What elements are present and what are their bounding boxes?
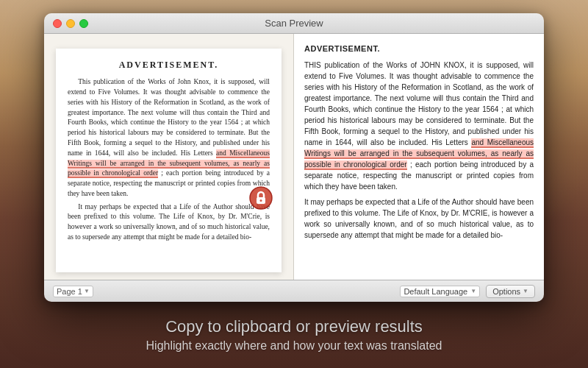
title-bar: Scan Preview (44, 13, 544, 34)
content-area: ADVERTISEMENT. This publication of the W… (44, 34, 544, 280)
options-chevron-icon: ▼ (523, 288, 528, 294)
scan-document-title: ADVERTISEMENT. (68, 59, 270, 71)
right-pane-content: ADVERTISEMENT. THIS publication of the W… (294, 34, 544, 280)
scan-paragraph-1: This publication of the Works of John Kn… (68, 77, 270, 199)
lock-icon (249, 186, 273, 210)
macos-window: Scan Preview ADVERTISEMENT. This publica… (44, 13, 544, 302)
options-button[interactable]: Options ▼ (486, 285, 535, 298)
bottom-left: Page 1 ▼ (53, 286, 93, 297)
left-pane: ADVERTISEMENT. This publication of the W… (44, 34, 294, 280)
svg-point-2 (260, 199, 262, 202)
bottom-right: Default Language ▼ Options ▼ (400, 285, 535, 298)
page-label: Page 1 (57, 287, 82, 296)
scan-document: ADVERTISEMENT. This publication of the W… (56, 49, 282, 272)
footer-subline: Highlight exactly where and how your tex… (146, 339, 442, 353)
language-select[interactable]: Default Language ▼ (400, 286, 480, 297)
bottom-bar: Page 1 ▼ Default Language ▼ Options ▼ (44, 280, 544, 302)
page-stepper[interactable]: Page 1 ▼ (53, 286, 93, 297)
chevron-icon: ▼ (84, 288, 90, 294)
close-button[interactable] (53, 19, 62, 28)
right-section-title: ADVERTISEMENT. (304, 43, 534, 55)
window-wrapper: Scan Preview ADVERTISEMENT. This publica… (44, 13, 544, 302)
window-title: Scan Preview (265, 18, 323, 29)
lock-icon-overlay (249, 186, 273, 210)
traffic-lights (53, 19, 88, 28)
right-pane: ADVERTISEMENT. THIS publication of the W… (294, 34, 544, 280)
right-body: THIS publication of the Works of JOHN KN… (304, 60, 534, 241)
right-paragraph-2: It may perhaps be expected that a Life o… (304, 197, 534, 241)
scan-paragraph-2: It may perhaps be expected that a Life o… (68, 202, 270, 243)
footer-headline: Copy to clipboard or preview results (165, 317, 423, 336)
language-chevron-icon: ▼ (470, 288, 476, 294)
scan-document-body: This publication of the Works of John Kn… (68, 77, 270, 242)
footer-section: Copy to clipboard or preview results Hig… (0, 302, 588, 368)
options-label: Options (492, 287, 520, 296)
minimize-button[interactable] (66, 19, 75, 28)
maximize-button[interactable] (79, 19, 88, 28)
language-label: Default Language (404, 287, 467, 296)
right-paragraph-1: THIS publication of the Works of JOHN KN… (304, 60, 534, 192)
